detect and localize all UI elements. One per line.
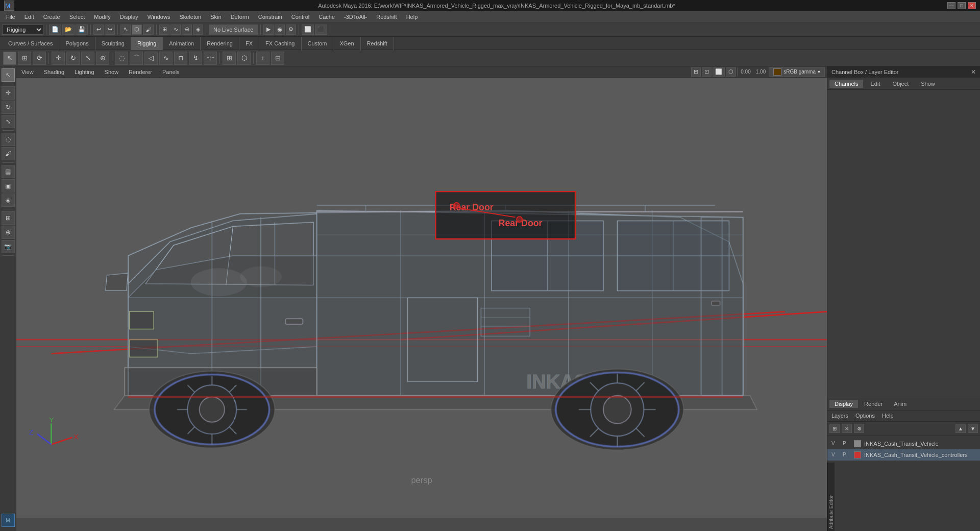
snap-point-button[interactable]: ⊕ [182, 25, 192, 35]
open-scene-button[interactable]: 📂 [62, 25, 75, 35]
snap-surface-button[interactable]: ◈ [193, 25, 203, 35]
vp-select-all-button[interactable]: ⊞ [691, 67, 701, 77]
quick-select-button[interactable]: ◈ [2, 194, 15, 207]
tab-anim[interactable]: Anim [889, 400, 912, 408]
scale-tool-button[interactable]: ⤡ [81, 52, 94, 65]
layer2-color[interactable] [854, 451, 861, 458]
menu-select[interactable]: Select [65, 13, 89, 21]
no-live-surface-button[interactable]: No Live Surface [209, 25, 258, 35]
show-manip-button[interactable]: ⊞ [223, 52, 236, 65]
transform-button[interactable]: ⬡ [237, 52, 251, 65]
tab-animation[interactable]: Animation [163, 37, 201, 50]
vp-menu-show[interactable]: Show [102, 69, 122, 75]
vp-menu-panels[interactable]: Panels [159, 69, 183, 75]
wireframe-button[interactable]: ⬜ [302, 25, 314, 35]
rotate-tool-button[interactable]: ↻ [66, 52, 80, 65]
new-scene-button[interactable]: 📄 [49, 25, 61, 35]
sine-button[interactable]: ∿ [159, 52, 173, 65]
menu-skeleton[interactable]: Skeleton [175, 13, 205, 21]
translate-snap-button[interactable]: ⊞ [18, 52, 31, 65]
move-tool-button[interactable]: ✛ [52, 52, 65, 65]
menu-skin[interactable]: Skin [206, 13, 225, 21]
redo-button[interactable]: ↪ [105, 25, 115, 35]
menu-modify[interactable]: Modify [90, 13, 114, 21]
menu-3dtoall[interactable]: -3DToAll- [340, 13, 371, 21]
menu-help[interactable]: Help [402, 13, 422, 21]
tab-render[interactable]: Render [859, 400, 888, 408]
vp-menu-renderer[interactable]: Renderer [126, 69, 155, 75]
tab-custom[interactable]: Custom [302, 37, 334, 50]
tab-display[interactable]: Display [829, 400, 858, 408]
vp-frame-all-button[interactable]: ⬜ [713, 67, 725, 77]
menu-constrain[interactable]: Constrain [254, 13, 286, 21]
tab-fx-caching[interactable]: FX Caching [259, 37, 301, 50]
display-layer-button[interactable]: ▤ [2, 165, 15, 178]
layer1-pickable[interactable]: P [843, 441, 851, 446]
show-cameras-button[interactable]: 📷 [2, 240, 15, 253]
menu-redshift[interactable]: Redshift [372, 13, 401, 21]
menu-file[interactable]: File [2, 13, 19, 21]
menu-deform[interactable]: Deform [227, 13, 253, 21]
layers-opt[interactable]: Layers [829, 413, 850, 419]
menu-windows[interactable]: Windows [143, 13, 175, 21]
maya-logo[interactable]: M [2, 514, 15, 527]
select-button[interactable]: ↖ [3, 52, 16, 65]
right-panel-close-button[interactable]: ✕ [971, 68, 976, 76]
tab-rigging[interactable]: Rigging [131, 37, 163, 50]
menu-control[interactable]: Control [287, 13, 313, 21]
paint-select-button[interactable]: 🖌 [143, 25, 154, 35]
layer2-visibility[interactable]: V [831, 452, 840, 457]
layer2-pickable[interactable]: P [843, 452, 851, 457]
paint-weights-button[interactable]: 🖌 [2, 147, 15, 160]
tab-xgen[interactable]: XGen [333, 37, 360, 50]
close-button[interactable]: ✕ [968, 2, 976, 9]
help-opt[interactable]: Help [880, 413, 896, 419]
smooth-shade-button[interactable]: ⬛ [315, 25, 327, 35]
vp-perspective-button[interactable]: ⬡ [726, 67, 736, 77]
flare-button[interactable]: ◁ [144, 52, 158, 65]
create-layer-button[interactable]: ⊞ [829, 424, 840, 433]
viewport-canvas[interactable]: INKAS [16, 78, 827, 518]
ipr-button[interactable]: ◉ [275, 25, 285, 35]
snap-grid-button[interactable]: ⊞ [159, 25, 169, 35]
layer-settings-button[interactable]: ⚙ [854, 424, 864, 433]
menu-create[interactable]: Create [39, 13, 64, 21]
delete-layer-button[interactable]: ✕ [842, 424, 852, 433]
scale-mode-button[interactable]: ⤡ [2, 115, 15, 128]
undo-button[interactable]: ↩ [93, 25, 104, 35]
channel-tab-channels[interactable]: Channels [829, 80, 863, 88]
show-manipulators-button[interactable]: ⊕ [2, 226, 15, 239]
vp-frame-selected-button[interactable]: ⊡ [702, 67, 712, 77]
tab-curves-surfaces[interactable]: Curves / Surfaces [2, 37, 59, 50]
select-tool-button[interactable]: ↖ [120, 25, 131, 35]
channel-tab-edit[interactable]: Edit [865, 80, 885, 88]
scroll-up-button[interactable]: ▲ [955, 424, 966, 433]
align-button[interactable]: ⊟ [271, 52, 284, 65]
layer1-color[interactable] [854, 440, 861, 447]
layer-row-2[interactable]: V P INKAS_Cash_Transit_Vehicle_controlle… [827, 449, 980, 461]
minimize-button[interactable]: — [947, 2, 955, 9]
tab-polygons[interactable]: Polygons [59, 37, 95, 50]
plus-button[interactable]: + [256, 52, 270, 65]
vp-menu-shading[interactable]: Shading [41, 69, 67, 75]
scroll-down-button[interactable]: ▼ [968, 424, 978, 433]
render-button[interactable]: ▶ [263, 25, 274, 35]
bend-button[interactable]: ⌒ [130, 52, 143, 65]
menu-display[interactable]: Display [116, 13, 142, 21]
gamma-select-button[interactable]: sRGB gamma ▾ [769, 67, 825, 77]
vp-menu-lighting[interactable]: Lighting [71, 69, 97, 75]
menu-edit[interactable]: Edit [20, 13, 38, 21]
save-scene-button[interactable]: 💾 [76, 25, 88, 35]
squash-button[interactable]: ⊓ [174, 52, 187, 65]
rotate-snap-button[interactable]: ⟳ [33, 52, 46, 65]
tab-sculpting[interactable]: Sculpting [95, 37, 131, 50]
soft-select-button[interactable]: ◌ [2, 133, 15, 146]
channel-tab-object[interactable]: Object [887, 80, 914, 88]
tab-redshift[interactable]: Redshift [361, 37, 394, 50]
render-layer-button[interactable]: ▣ [2, 179, 15, 192]
maximize-button[interactable]: □ [958, 2, 966, 9]
layer1-visibility[interactable]: V [831, 441, 840, 446]
render-settings-button[interactable]: ⚙ [286, 25, 296, 35]
mode-selector[interactable]: Rigging Modeling Animation Rendering [2, 25, 43, 35]
tab-rendering[interactable]: Rendering [201, 37, 239, 50]
